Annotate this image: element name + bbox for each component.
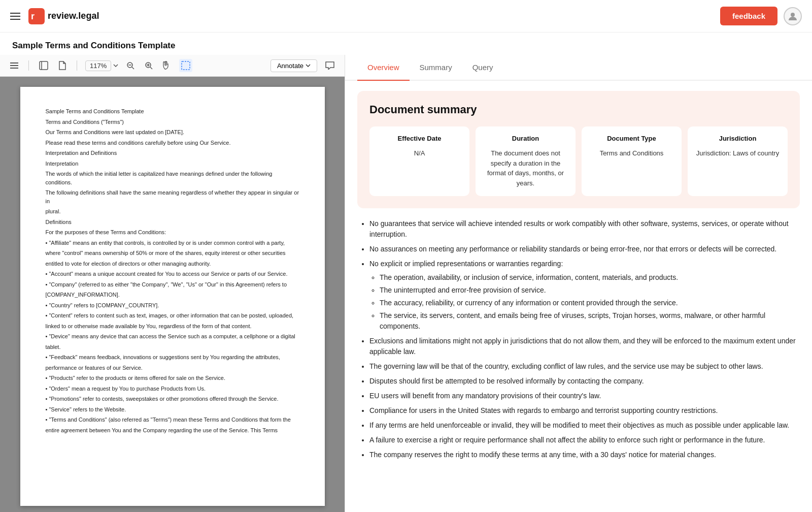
pdf-line: • "Terms and Conditions" (also referred …: [46, 415, 299, 424]
tabs-bar: Overview Summary Query: [345, 55, 812, 81]
toolbar-divider-1: [28, 60, 29, 71]
pdf-line: • "Feedback" means feedback, innovations…: [46, 353, 299, 362]
svg-rect-3: [10, 62, 18, 63]
bullet-item: No assurances on meeting any performance…: [369, 244, 798, 254]
sub-bullet-item: The operation, availability, or inclusio…: [380, 272, 798, 283]
bullet-item: EU users will benefit from any mandatory…: [369, 391, 798, 401]
pdf-line: The words of which the initial letter is…: [46, 170, 299, 186]
bullet-item: A failure to exercise a right or require…: [369, 435, 798, 445]
file-icon[interactable]: [56, 59, 69, 72]
bullet-list: No guarantees that service will achieve …: [357, 218, 800, 460]
pdf-line: The following definitions shall have the…: [46, 188, 299, 205]
pdf-panel: 117% Annotate: [0, 55, 345, 512]
tab-overview[interactable]: Overview: [357, 55, 410, 81]
pdf-line: For the purposes of these Terms and Cond…: [46, 228, 299, 237]
summary-cell: Effective Date N/A: [369, 126, 469, 196]
annotate-chevron-icon: [306, 64, 311, 67]
pdf-line: tablet.: [46, 343, 299, 351]
tab-query[interactable]: Query: [462, 55, 503, 81]
pdf-line: • "Company" (referred to as either "the …: [46, 280, 299, 289]
zoom-control[interactable]: 117%: [85, 60, 118, 71]
zoom-value[interactable]: 117%: [85, 60, 111, 71]
svg-rect-5: [10, 68, 18, 69]
pdf-line: performance or features of our Service.: [46, 364, 299, 372]
pdf-line: linked to or otherwise made available by…: [46, 322, 299, 331]
summary-cell-header: Jurisdiction: [719, 135, 757, 142]
comment-icon[interactable]: [323, 59, 336, 72]
logo[interactable]: r review.legal: [28, 8, 99, 24]
sub-bullet-item: The accuracy, reliability, or currency o…: [380, 298, 798, 308]
selection-icon[interactable]: [179, 59, 192, 72]
pdf-line: • "Service" refers to the Website.: [46, 405, 299, 414]
summary-cell-value: The document does not specify a duration…: [484, 148, 567, 188]
annotate-button[interactable]: Annotate: [270, 59, 317, 72]
pdf-line: Definitions: [46, 218, 299, 227]
bullet-item: Disputes should first be attempted to be…: [369, 376, 798, 387]
summary-cell-value: Jurisdiction: Laws of country: [696, 148, 779, 158]
sub-bullet-item: The uninterrupted and error-free provisi…: [380, 285, 798, 296]
svg-point-2: [791, 13, 795, 17]
pdf-line: [COMPANY_INFORMATION].: [46, 291, 299, 299]
bullet-item: The company reserves the right to modify…: [369, 450, 798, 460]
svg-line-12: [150, 67, 152, 69]
user-avatar[interactable]: [784, 7, 802, 25]
pdf-line: • "Country" refers to [COMPANY_COUNTRY].: [46, 301, 299, 310]
logo-text: review.legal: [48, 11, 99, 21]
main-bullet-list: No guarantees that service will achieve …: [359, 218, 798, 460]
menu-icon[interactable]: [8, 59, 20, 72]
summary-cell-header: Effective Date: [398, 135, 442, 142]
page-title: Sample Terms and Conditions Template: [0, 33, 812, 55]
pdf-line: Our Terms and Conditions were last updat…: [46, 128, 299, 137]
summary-cell-value: Terms and Conditions: [600, 148, 664, 158]
zoom-out-icon[interactable]: [124, 59, 137, 72]
pdf-line: • "Content" refers to content such as te…: [46, 311, 299, 320]
chevron-down-icon: [113, 64, 118, 67]
pdf-line: Interpretation: [46, 159, 299, 168]
pdf-line: • "Promotions" refer to contests, sweeps…: [46, 395, 299, 403]
pdf-line: • "Orders" mean a request by You to purc…: [46, 385, 299, 393]
sub-bullet-list: The operation, availability, or inclusio…: [369, 272, 798, 332]
pdf-line: Sample Terms and Conditions Template: [46, 107, 299, 116]
pdf-line: • "Affiliate" means an entity that contr…: [46, 239, 299, 247]
logo-icon: r: [28, 8, 45, 24]
svg-rect-15: [182, 61, 190, 70]
document-summary-title: Document summary: [369, 103, 788, 116]
hand-tool-icon[interactable]: [161, 59, 173, 72]
pdf-line: entire agreement between You and the Com…: [46, 426, 299, 435]
right-panel: Overview Summary Query Document summary …: [345, 55, 812, 512]
pdf-line: Terms and Conditions ("Terms"): [46, 118, 299, 126]
tab-summary[interactable]: Summary: [410, 55, 462, 81]
svg-line-9: [132, 67, 134, 69]
toolbar-divider-2: [77, 60, 77, 71]
sidebar-toggle-icon[interactable]: [37, 59, 50, 72]
summary-cell: Document Type Terms and Conditions: [582, 126, 682, 196]
summary-cell-value: N/A: [414, 148, 425, 158]
feedback-button[interactable]: feedback: [720, 7, 777, 25]
hamburger-menu[interactable]: [10, 13, 20, 20]
svg-rect-4: [10, 65, 18, 66]
pdf-line: • "Account" means a unique account creat…: [46, 270, 299, 278]
overview-content: Document summary Effective Date N/A Dura…: [345, 81, 812, 474]
bullet-item: Exclusions and limitations might not app…: [369, 336, 798, 357]
document-summary-card: Document summary Effective Date N/A Dura…: [357, 91, 800, 208]
pdf-line: where "control" means ownership of 50% o…: [46, 249, 299, 258]
svg-rect-6: [40, 61, 48, 70]
bullet-item: If any terms are held unenforceable or i…: [369, 420, 798, 431]
pdf-toolbar: 117% Annotate: [0, 55, 345, 77]
summary-cell: Duration The document does not specify a…: [476, 126, 576, 196]
zoom-in-icon[interactable]: [143, 59, 155, 72]
pdf-line: • "Products" refer to the products or it…: [46, 374, 299, 382]
summary-cell: Jurisdiction Jurisdiction: Laws of count…: [688, 126, 788, 196]
user-icon: [788, 11, 798, 21]
pdf-page: Sample Terms and Conditions TemplateTerm…: [20, 87, 325, 506]
pdf-line: Please read these terms and conditions c…: [46, 139, 299, 147]
bullet-item: Compliance for users in the United State…: [369, 405, 798, 416]
pdf-line: • "Device" means any device that can acc…: [46, 332, 299, 341]
pdf-content[interactable]: Sample Terms and Conditions TemplateTerm…: [0, 77, 345, 512]
pdf-line: Interpretation and Definitions: [46, 149, 299, 157]
annotate-label: Annotate: [277, 62, 303, 70]
svg-text:r: r: [31, 11, 35, 21]
summary-cell-header: Document Type: [607, 135, 656, 142]
pdf-line: entitled to vote for election of directo…: [46, 260, 299, 268]
summary-cell-header: Duration: [512, 135, 539, 142]
